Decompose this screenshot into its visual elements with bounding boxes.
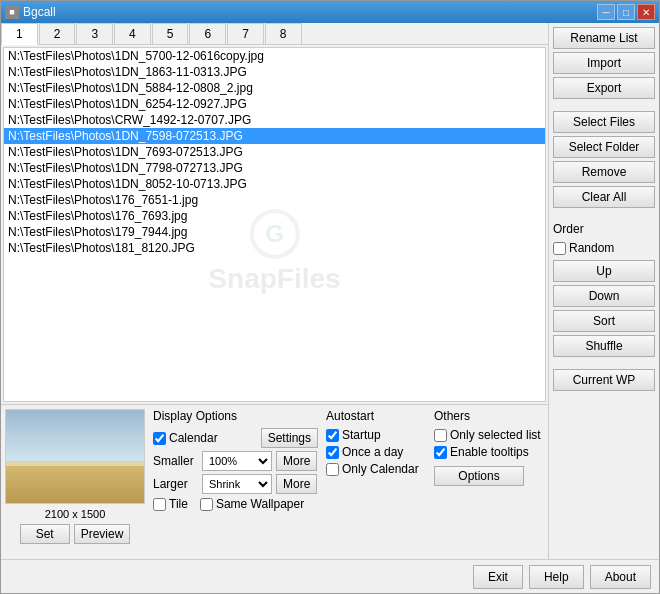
tab-bar: 1 2 3 4 5 6 7 8 (1, 23, 548, 45)
preview-section: 2100 x 1500 Set Preview (5, 409, 145, 555)
display-options-title: Display Options (153, 409, 318, 423)
random-checkbox[interactable] (553, 242, 566, 255)
app-icon: ■ (5, 5, 19, 19)
maximize-button[interactable]: □ (617, 4, 635, 20)
autostart-section: Autostart Startup Once a day Only Calend… (326, 409, 426, 555)
file-item[interactable]: N:\TestFiles\Photos\1DN_7693-072513.JPG (4, 144, 545, 160)
tab-4[interactable]: 4 (114, 23, 151, 44)
tile-checkbox-label[interactable]: Tile (153, 497, 188, 511)
file-item[interactable]: N:\TestFiles\Photos\1DN_7798-072713.JPG (4, 160, 545, 176)
others-section: Others Only selected list Enable tooltip… (434, 409, 544, 555)
file-item[interactable]: N:\TestFiles\Photos\1DN_7598-072513.JPG (4, 128, 545, 144)
remove-button[interactable]: Remove (553, 161, 655, 183)
clear-all-button[interactable]: Clear All (553, 186, 655, 208)
only-calendar-checkbox[interactable] (326, 463, 339, 476)
preview-buttons: Set Preview (20, 524, 131, 544)
file-item[interactable]: N:\TestFiles\Photos\1DN_5884-12-0808_2.j… (4, 80, 545, 96)
minimize-button[interactable]: ─ (597, 4, 615, 20)
window-controls: ─ □ ✕ (597, 4, 655, 20)
once-a-day-text: Once a day (342, 445, 403, 459)
preview-image-inner (6, 410, 144, 503)
title-bar-left: ■ Bgcall (5, 5, 56, 19)
others-title: Others (434, 409, 544, 423)
display-options: Display Options Calendar Settings Smalle… (153, 409, 318, 555)
settings-button[interactable]: Settings (261, 428, 318, 448)
file-item[interactable]: N:\TestFiles\Photos\1DN_5700-12-0616copy… (4, 48, 545, 64)
tab-2[interactable]: 2 (39, 23, 76, 44)
tile-label: Tile (169, 497, 188, 511)
current-wp-button[interactable]: Current WP (553, 369, 655, 391)
calendar-checkbox-label[interactable]: Calendar (153, 431, 218, 445)
select-folder-button[interactable]: Select Folder (553, 136, 655, 158)
startup-label[interactable]: Startup (326, 428, 426, 442)
tab-3[interactable]: 3 (76, 23, 113, 44)
larger-label: Larger (153, 477, 198, 491)
bottom-bar: Exit Help About (1, 559, 659, 593)
import-button[interactable]: Import (553, 52, 655, 74)
only-selected-text: Only selected list (450, 428, 541, 442)
tab-1[interactable]: 1 (1, 23, 38, 45)
startup-checkbox[interactable] (326, 429, 339, 442)
close-button[interactable]: ✕ (637, 4, 655, 20)
same-wallpaper-checkbox[interactable] (200, 498, 213, 511)
tab-8[interactable]: 8 (265, 23, 302, 44)
enable-tooltips-checkbox[interactable] (434, 446, 447, 459)
calendar-label: Calendar (169, 431, 218, 445)
autostart-title: Autostart (326, 409, 426, 423)
smaller-label: Smaller (153, 454, 198, 468)
right-panel: Rename List Import Export Select Files S… (549, 23, 659, 559)
sort-button[interactable]: Sort (553, 310, 655, 332)
file-item[interactable]: N:\TestFiles\Photos\1DN_8052-10-0713.JPG (4, 176, 545, 192)
more-button-2[interactable]: More (276, 474, 317, 494)
down-button[interactable]: Down (553, 285, 655, 307)
options-button[interactable]: Options (434, 466, 524, 486)
preview-button[interactable]: Preview (74, 524, 131, 544)
select-files-button[interactable]: Select Files (553, 111, 655, 133)
preview-dimensions: 2100 x 1500 (45, 508, 106, 520)
export-button[interactable]: Export (553, 77, 655, 99)
help-button[interactable]: Help (529, 565, 584, 589)
larger-row: Larger Shrink Stretch Center More (153, 474, 318, 494)
file-item[interactable]: N:\TestFiles\Photos\176_7651-1.jpg (4, 192, 545, 208)
up-button[interactable]: Up (553, 260, 655, 282)
tile-checkbox[interactable] (153, 498, 166, 511)
watermark-text: SnapFiles (208, 263, 340, 295)
same-wallpaper-label[interactable]: Same Wallpaper (200, 497, 304, 511)
rename-list-button[interactable]: Rename List (553, 27, 655, 49)
window-title: Bgcall (23, 5, 56, 19)
tab-7[interactable]: 7 (227, 23, 264, 44)
only-calendar-label[interactable]: Only Calendar (326, 462, 426, 476)
startup-text: Startup (342, 428, 381, 442)
exit-button[interactable]: Exit (473, 565, 523, 589)
left-panel: 1 2 3 4 5 6 7 8 N:\TestFiles\Photos\1DN_… (1, 23, 549, 559)
bottom-bar-right: Exit Help About (473, 565, 651, 589)
file-item[interactable]: N:\TestFiles\Photos\181_8120.JPG (4, 240, 545, 256)
random-text: Random (569, 241, 614, 255)
random-label[interactable]: Random (553, 239, 655, 257)
file-item[interactable]: N:\TestFiles\Photos\CRW_1492-12-0707.JPG (4, 112, 545, 128)
tab-5[interactable]: 5 (152, 23, 189, 44)
once-a-day-checkbox[interactable] (326, 446, 339, 459)
file-item[interactable]: N:\TestFiles\Photos\1DN_6254-12-0927.JPG (4, 96, 545, 112)
larger-select[interactable]: Shrink Stretch Center (202, 474, 272, 494)
enable-tooltips-text: Enable tooltips (450, 445, 529, 459)
shuffle-button[interactable]: Shuffle (553, 335, 655, 357)
only-selected-checkbox[interactable] (434, 429, 447, 442)
main-window: ■ Bgcall ─ □ ✕ 1 2 3 4 5 6 7 8 (0, 0, 660, 594)
file-list-container[interactable]: N:\TestFiles\Photos\1DN_5700-12-0616copy… (3, 47, 546, 402)
once-a-day-label[interactable]: Once a day (326, 445, 426, 459)
smaller-select[interactable]: 100% 75% 50% (202, 451, 272, 471)
only-selected-label[interactable]: Only selected list (434, 428, 544, 442)
tab-6[interactable]: 6 (189, 23, 226, 44)
calendar-checkbox[interactable] (153, 432, 166, 445)
smaller-row: Smaller 100% 75% 50% More (153, 451, 318, 471)
file-item[interactable]: N:\TestFiles\Photos\176_7693.jpg (4, 208, 545, 224)
file-item[interactable]: N:\TestFiles\Photos\1DN_1863-11-0313.JPG (4, 64, 545, 80)
about-button[interactable]: About (590, 565, 651, 589)
only-calendar-text: Only Calendar (342, 462, 419, 476)
same-wallpaper-text: Same Wallpaper (216, 497, 304, 511)
enable-tooltips-label[interactable]: Enable tooltips (434, 445, 544, 459)
file-item[interactable]: N:\TestFiles\Photos\179_7944.jpg (4, 224, 545, 240)
more-button-1[interactable]: More (276, 451, 317, 471)
set-button[interactable]: Set (20, 524, 70, 544)
